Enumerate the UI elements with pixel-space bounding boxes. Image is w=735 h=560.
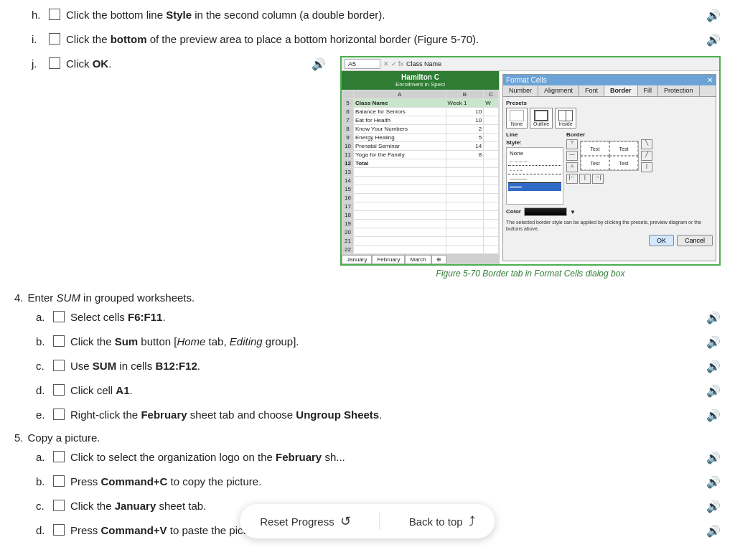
preview-cell-3[interactable]: Test (581, 156, 609, 170)
checkbox-4c[interactable] (53, 360, 65, 371)
sheet-title-main: Hamilton C (344, 73, 497, 81)
dialog-close-icon[interactable]: ✕ (707, 76, 713, 84)
table-row: 16 (342, 194, 499, 202)
table-row: 5 Class Name Week 1 W (342, 99, 499, 108)
formula-value: Class Name (406, 60, 441, 67)
sound-icon-4b[interactable]: 🔊 (701, 334, 721, 351)
cancel-button[interactable]: Cancel (677, 235, 713, 246)
border-label: Border (566, 131, 713, 138)
item-4b-content: Click the Sum button [Home tab, Editing … (70, 334, 701, 350)
letter-h: h. (32, 7, 46, 24)
sound-icon-h[interactable]: 🔊 (701, 7, 721, 24)
style-double[interactable]: ═══ (508, 183, 561, 191)
border-btn-mid-v[interactable]: | (579, 174, 591, 184)
border-btn-right[interactable]: →| (592, 174, 604, 184)
dialog-tabs: Number Alignment Font Border Fill Protec… (503, 85, 716, 97)
dialog-info-text: The selected border style can be applied… (506, 219, 713, 232)
table-row: 13 (342, 168, 499, 177)
checkbox-4e[interactable] (53, 409, 65, 420)
figure-caption: Figure 5-70 Border tab in Format Cells d… (340, 269, 721, 279)
formula-separator: ✕ ✓ fx (383, 60, 403, 67)
border-btn-diag1[interactable]: ╲ (641, 139, 652, 149)
sound-icon-j[interactable]: 🔊 (306, 56, 326, 73)
line-label: Line (506, 131, 563, 138)
style-dotted1[interactable]: – – – – (508, 157, 561, 166)
figure-caption-text: Figure 5-70 Border tab in Format Cells d… (436, 269, 625, 279)
sheet-title: Hamilton C Enrollment in Speci (342, 71, 499, 90)
b12f12-bold: B12:F12 (155, 360, 197, 372)
back-to-top-icon: ⤴ (469, 514, 475, 529)
border-btn-vert[interactable]: | (641, 162, 652, 172)
style-thin[interactable]: ——— (508, 174, 561, 183)
sheet-tab-february[interactable]: February (372, 255, 405, 264)
checkbox-4b[interactable] (53, 335, 65, 347)
item-h-content: Click the bottom line Style in the secon… (66, 7, 701, 24)
preview-cell-4[interactable]: Test (609, 156, 638, 170)
dropdown-arrow-icon[interactable]: ▼ (570, 209, 576, 215)
border-btn-bottom[interactable]: ⊥ (566, 162, 578, 172)
back-to-top-button[interactable]: Back to top ⤴ (409, 514, 475, 529)
preset-inside[interactable]: Inside (555, 108, 576, 129)
table-row: 15 (342, 185, 499, 194)
section-4: 4. Enter SUM in grouped worksheets. a. S… (14, 291, 721, 424)
section-4-heading: 4. Enter SUM in grouped worksheets. (14, 291, 721, 304)
checkbox-5a[interactable] (53, 451, 65, 462)
border-btn-top[interactable]: ⊤ (566, 139, 578, 149)
border-btn-left[interactable]: |← (566, 174, 578, 184)
table-row: 21 (342, 237, 499, 246)
sheet-tab-january[interactable]: January (342, 255, 372, 264)
item-4d: d. Click cell A1. 🔊 (14, 383, 721, 400)
name-box: A5 (345, 59, 380, 69)
sound-icon-5c[interactable]: 🔊 (701, 498, 721, 515)
checkbox-5d[interactable] (53, 524, 65, 536)
letter-j: j. (32, 56, 46, 73)
sound-icon-4d[interactable]: 🔊 (701, 383, 721, 400)
tab-fill[interactable]: Fill (638, 85, 659, 96)
checkbox-4a[interactable] (53, 311, 65, 322)
style-none[interactable]: None (508, 149, 561, 157)
sound-icon-4e[interactable]: 🔊 (701, 407, 721, 424)
color-dropdown[interactable] (524, 207, 567, 216)
ok-button[interactable]: OK (649, 235, 674, 246)
preview-cell-1[interactable]: Test (581, 141, 609, 156)
sound-icon-4a[interactable]: 🔊 (701, 309, 721, 327)
preset-outline[interactable]: Outline (530, 108, 553, 129)
tab-font[interactable]: Font (579, 85, 604, 96)
border-preview-area: ⊤ — ⊥ Test Test (566, 139, 713, 172)
sound-icon-4c[interactable]: 🔊 (701, 358, 721, 375)
tab-protection[interactable]: Protection (658, 85, 700, 96)
checkbox-5c[interactable] (53, 500, 65, 511)
sound-icon-i[interactable]: 🔊 (701, 32, 721, 49)
checkbox-j[interactable] (49, 57, 60, 69)
cmd-v-bold: Command+V (101, 524, 167, 536)
border-btn-mid-h[interactable]: — (566, 151, 578, 161)
tab-border[interactable]: Border (604, 85, 638, 96)
table-row: 10 Prenatal Seminar 14 (342, 142, 499, 151)
section-5-title: Copy a picture. (28, 431, 100, 444)
preview-cell-2[interactable]: Test (609, 141, 638, 156)
bottom-border-buttons: |← | →| (566, 174, 713, 184)
sheet-tab-add[interactable]: ⊕ (431, 255, 446, 264)
style-label: Style: (506, 139, 563, 146)
outline-label: Outline (533, 121, 549, 126)
reset-progress-button[interactable]: Reset Progress ↺ (260, 513, 350, 529)
table-row: 11 Yoga for the Family 8 (342, 151, 499, 159)
tab-alignment[interactable]: Alignment (538, 85, 579, 96)
line-style-section: Line Style: None – – – – - - - - ——— ═══ (506, 131, 563, 205)
sheet-tab-march[interactable]: March (405, 255, 431, 264)
checkbox-h[interactable] (49, 9, 60, 20)
sound-icon-5a[interactable]: 🔊 (701, 449, 721, 467)
dialog-content: Presets None Outline (503, 97, 716, 249)
preset-none[interactable]: None (506, 108, 528, 129)
checkbox-i[interactable] (49, 33, 60, 45)
sound-icon-5b[interactable]: 🔊 (701, 474, 721, 491)
ok-bold: OK (93, 57, 109, 70)
tab-number[interactable]: Number (503, 85, 538, 96)
checkbox-4d[interactable] (53, 384, 65, 396)
checkbox-5b[interactable] (53, 475, 65, 487)
formula-bar: A5 ✕ ✓ fx Class Name (342, 57, 719, 71)
color-label: Color (506, 208, 521, 215)
item-5b: b. Press Command+C to copy the picture. … (14, 474, 721, 491)
border-btn-diag2[interactable]: ╱ (641, 151, 652, 161)
style-dashed[interactable]: - - - - (508, 166, 561, 174)
